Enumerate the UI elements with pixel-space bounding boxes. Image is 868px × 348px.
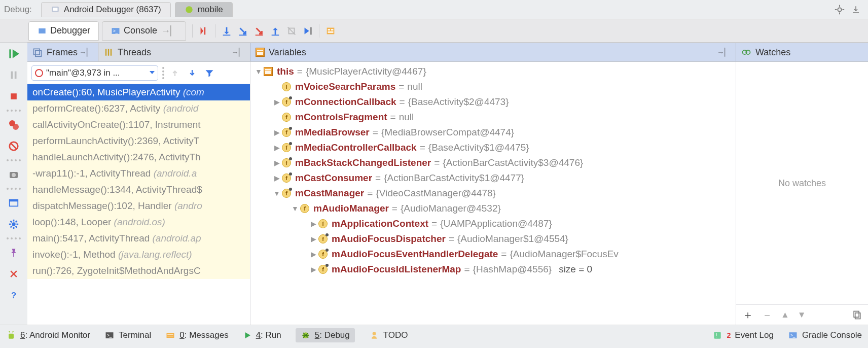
step-over-icon[interactable] xyxy=(219,22,235,40)
force-step-into-icon[interactable] xyxy=(251,22,267,40)
frame-row[interactable]: run():726, ZygoteInit$MethodAndArgsC xyxy=(27,263,250,279)
expand-toggle[interactable]: ▶ xyxy=(308,216,318,231)
frame-row[interactable]: performCreate():6237, Activity (android xyxy=(27,100,250,117)
move-up-button[interactable]: ▲ xyxy=(781,310,789,320)
variable-row[interactable]: ▼fmCastManager = {VideoCastManager@4478} xyxy=(250,186,736,201)
step-into-icon[interactable] xyxy=(235,22,251,40)
variables-panel[interactable]: ▼this = {MusicPlayerActivity@4467}fmVoic… xyxy=(250,62,736,325)
debug-toolbar: Debugger >_ Console →▏ xyxy=(0,19,868,43)
filter-button[interactable] xyxy=(203,66,216,80)
frame-row[interactable]: handleMessage():1344, ActivityThread$ xyxy=(27,182,250,198)
tab-console[interactable]: >_ Console →▏ xyxy=(102,21,186,41)
frame-row[interactable]: callActivityOnCreate():1107, Instrument xyxy=(27,117,250,133)
svg-line-31 xyxy=(11,143,17,150)
frame-row[interactable]: invoke():-1, Method (java.lang.reflect) xyxy=(27,247,250,263)
show-execution-point-icon[interactable] xyxy=(196,22,212,40)
frame-row[interactable]: dispatchMessage():102, Handler (andro xyxy=(27,198,250,214)
step-out-icon[interactable] xyxy=(267,22,283,40)
tab-mobile[interactable]: mobile xyxy=(175,2,233,17)
variable-row[interactable]: ▶fmConnectionCallback = {BaseActivity$2@… xyxy=(250,94,736,110)
event-icon: ! xyxy=(712,330,722,340)
tab-android-debugger[interactable]: Android Debugger (8637) xyxy=(41,2,171,17)
download-icon[interactable] xyxy=(848,1,864,19)
variable-row[interactable]: ▶fmAudioFocusEventHandlerDelegate = {Aud… xyxy=(250,247,736,262)
close-button[interactable] xyxy=(5,265,23,283)
bottombar-item-android[interactable]: 6: Android Monitor xyxy=(6,330,90,340)
variable-row[interactable]: ▶fmCastConsumer = {ActionBarCastActivity… xyxy=(250,170,736,186)
copy-button[interactable] xyxy=(852,310,862,320)
expand-toggle[interactable]: ▶ xyxy=(308,231,318,247)
variable-row[interactable]: ▶fmBackStackChangedListener = {ActionBar… xyxy=(250,155,736,170)
help-button[interactable]: ? xyxy=(5,286,23,304)
svg-line-44 xyxy=(16,221,17,223)
frame-row[interactable]: -wrap11():-1, ActivityThread (android.a xyxy=(27,165,250,182)
variable-row[interactable]: ▶fmAudioFocusIdListenerMap = {HashMap@45… xyxy=(250,262,736,277)
expand-toggle[interactable]: ▼ xyxy=(272,186,282,201)
bottombar-item-label: 4: Run xyxy=(256,330,281,340)
variable-value: {ActionBarCastActivity$1@4477} xyxy=(384,170,524,186)
pin-button[interactable] xyxy=(5,243,23,262)
variable-row[interactable]: fmVoiceSearchParams = null xyxy=(250,79,736,94)
expand-toggle[interactable]: ▶ xyxy=(272,125,282,140)
bottombar-item-event[interactable]: !2 Event Log xyxy=(712,330,773,340)
panel-header-label: Variables xyxy=(269,47,306,58)
resume-button[interactable] xyxy=(5,45,23,63)
mute-breakpoints-button[interactable] xyxy=(5,137,23,155)
tab-debugger[interactable]: Debugger xyxy=(28,21,99,41)
frame-next-button[interactable] xyxy=(186,66,199,80)
expand-toggle[interactable]: ▶ xyxy=(272,155,282,170)
bottombar-item-label: 6: Android Monitor xyxy=(20,330,90,340)
bottombar-item-debug[interactable]: 5: Debug xyxy=(296,328,355,342)
panel-header-frames[interactable]: Frames →▏ xyxy=(27,43,98,61)
svg-rect-26 xyxy=(15,72,17,79)
bottombar-item-run[interactable]: 4: Run xyxy=(243,330,281,340)
frame-row[interactable]: onCreate():60, MusicPlayerActivity (com xyxy=(27,84,250,100)
panel-header-threads[interactable]: Threads →▏ xyxy=(98,43,250,61)
frame-prev-button[interactable] xyxy=(168,66,182,80)
remove-watch-button[interactable]: － xyxy=(762,307,773,323)
frame-row[interactable]: loop():148, Looper (android.os) xyxy=(27,214,250,230)
evaluate-expression-icon[interactable] xyxy=(322,22,339,40)
bottombar-item-terminal[interactable]: >_Terminal xyxy=(104,330,151,340)
bottombar-item-messages[interactable]: 0: Messages xyxy=(165,330,228,340)
expand-toggle[interactable]: ▼ xyxy=(254,64,264,79)
bottombar-item-todo[interactable]: TODO xyxy=(369,330,408,340)
frame-row[interactable]: main():5417, ActivityThread (android.ap xyxy=(27,230,250,247)
stop-button[interactable] xyxy=(5,87,23,106)
variable-row[interactable]: fmControlsFragment = null xyxy=(250,110,736,125)
expand-toggle[interactable]: ▼ xyxy=(290,201,300,216)
settings-button[interactable] xyxy=(5,215,23,233)
variable-value: {VideoCastManager@4478} xyxy=(376,186,496,201)
get-thread-dump-button[interactable] xyxy=(5,165,23,184)
thread-selector[interactable]: "main"@3,973 in ... xyxy=(31,65,158,81)
variable-row[interactable]: ▶fmMediaBrowser = {MediaBrowserCompat@44… xyxy=(250,125,736,140)
watches-empty-text: No watches xyxy=(778,178,826,189)
variable-row[interactable]: ▶fmMediaControllerCallback = {BaseActivi… xyxy=(250,140,736,155)
frame-list[interactable]: onCreate():60, MusicPlayerActivity (comp… xyxy=(27,84,250,325)
variable-row[interactable]: ▶fmAudioFocusDispatcher = {AudioManager$… xyxy=(250,231,736,247)
variable-row[interactable]: ▶fmApplicationContext = {UAMPApplication… xyxy=(250,216,736,231)
expand-toggle[interactable]: ▶ xyxy=(308,262,318,277)
bottombar-left: 6: Android Monitor>_Terminal0: Messages4… xyxy=(6,328,408,342)
expand-toggle[interactable]: ▶ xyxy=(272,94,282,110)
variable-row[interactable]: ▼fmAudioManager = {AudioManager@4532} xyxy=(250,201,736,216)
bottombar-item-gradle[interactable]: >_ Gradle Console xyxy=(788,330,862,340)
panel-header-watches[interactable]: Watches xyxy=(736,43,868,61)
pause-button[interactable] xyxy=(5,66,23,84)
panel-header-variables[interactable]: Variables →▏ xyxy=(250,43,736,61)
run-to-cursor-icon[interactable] xyxy=(300,22,316,40)
frame-row[interactable]: handleLaunchActivity():2476, ActivityTh xyxy=(27,149,250,165)
expand-toggle[interactable]: ▶ xyxy=(308,247,318,262)
settings-gear-icon[interactable] xyxy=(831,1,848,19)
restore-layout-button[interactable] xyxy=(5,194,23,212)
view-breakpoints-button[interactable] xyxy=(5,116,23,134)
variable-row[interactable]: ▼this = {MusicPlayerActivity@4467} xyxy=(250,64,736,79)
expand-toggle[interactable]: ▶ xyxy=(272,140,282,155)
expand-toggle[interactable]: ▶ xyxy=(272,170,282,186)
add-watch-button[interactable]: ＋ xyxy=(742,307,753,323)
frame-row[interactable]: performLaunchActivity():2369, ActivityT xyxy=(27,133,250,149)
move-down-button[interactable]: ▼ xyxy=(798,310,806,320)
field-icon: f xyxy=(282,128,291,137)
drop-frame-icon[interactable] xyxy=(283,22,300,40)
tab-label: Debugger xyxy=(50,25,90,36)
